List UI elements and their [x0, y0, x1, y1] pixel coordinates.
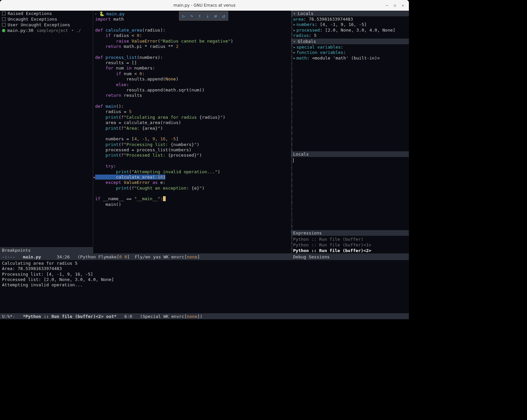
expand-right-icon: ▸ — [293, 56, 296, 61]
maximize-button[interactable]: ◻ — [392, 2, 398, 9]
exception-toggle[interactable]: User Uncaught Exceptions — [0, 22, 93, 28]
debug-session[interactable]: Python :: Run file (buffer)<1> — [291, 242, 409, 248]
checkbox-icon — [2, 23, 6, 27]
window-title: main.py - GNU Emacs at venus — [173, 3, 235, 8]
debug-session[interactable]: Python :: Run file (buffer) — [291, 236, 409, 242]
output-line: Area: 78.53981633974483 — [2, 266, 407, 271]
minimize-button[interactable]: ─ — [384, 2, 390, 9]
output-line: Processing list: [4, -1, 9, 16, -5] — [2, 272, 407, 277]
exception-toggle[interactable]: Uncaught Exceptions — [0, 16, 93, 22]
close-button[interactable]: ✕ — [400, 2, 406, 9]
expand-right-icon: ▸ — [293, 45, 296, 50]
breakpoints-panel: Raised Exceptions Uncaught Exceptions Us… — [0, 11, 93, 253]
debug-toolbar: ▷ ↷ ↑ ↓ ⇄ ↺ — [179, 11, 228, 21]
breakpoints-header: Breakpoints — [0, 247, 93, 253]
titlebar: main.py - GNU Emacs at venus ─ ◻ ✕ — [0, 0, 409, 11]
var-row[interactable]: radius: 5 — [293, 33, 407, 38]
var-row[interactable]: ▸numbers: [4, -1, 9, 16, -5] — [293, 22, 407, 27]
var-row[interactable]: ▸processed: [2.0, None, 3.0, 4.0, None] — [293, 28, 407, 33]
locals-header[interactable]: ▾Locals — [291, 11, 409, 16]
output-line: Processed list: [2.0, None, 3.0, 4.0, No… — [2, 277, 407, 282]
expand-down-icon: ▾ — [293, 11, 296, 16]
var-row[interactable]: area: 78.53981633974483 — [293, 17, 407, 22]
expand-down-icon: ▾ — [293, 39, 296, 44]
step-in-icon[interactable]: ↓ — [204, 12, 211, 20]
modeline-sessions: Debug Sessions — [291, 253, 409, 260]
modeline-editor: -:--- main.py 34:26 (Python Flymake[0 0]… — [0, 253, 291, 260]
chevron-right-icon: › — [94, 11, 97, 16]
var-row[interactable]: ▸function variables: — [293, 50, 407, 55]
expand-right-icon: ▸ — [293, 28, 296, 33]
cursor — [163, 196, 166, 201]
editor-filename: main.py — [106, 11, 125, 16]
step-over-icon[interactable]: ↷ — [188, 12, 195, 20]
breakpoint-active-icon — [2, 29, 5, 32]
expand-right-icon: ▸ — [293, 50, 296, 55]
debug-session[interactable]: Python :: Run file (buffer)<2> — [291, 248, 409, 253]
panel-cursor — [293, 158, 294, 163]
restart-icon[interactable]: ↺ — [220, 12, 227, 20]
code-editor[interactable]: › 🐍 main.py ▷ ↷ ↑ ↓ ⇄ ↺ import math def … — [93, 11, 291, 253]
checkbox-icon — [2, 17, 6, 21]
output-panel[interactable]: Calculating area for radius 5 Area: 78.5… — [0, 260, 409, 313]
expand-right-icon: ▸ — [293, 22, 296, 27]
globals-header[interactable]: ▾Globals — [291, 39, 409, 44]
python-icon: 🐍 — [99, 11, 104, 16]
checkbox-icon — [2, 12, 6, 15]
locals2-header[interactable]: Locals — [291, 151, 409, 157]
continue-icon[interactable]: ▷ — [180, 12, 187, 20]
output-line: Attempting invalid operation... — [2, 282, 407, 288]
debug-sessions-list: Python :: Run file (buffer) Python :: Ru… — [291, 236, 409, 253]
expressions-header[interactable]: Expressions — [291, 230, 409, 236]
output-line: Calculating area for radius 5 — [2, 261, 407, 266]
locals-body: area: 78.53981633974483 ▸numbers: [4, -1… — [291, 16, 409, 39]
var-row[interactable]: ▸special variables: — [293, 45, 407, 50]
breakpoint-item[interactable]: main.py:30 sampleproject • ./ — [0, 28, 93, 33]
exception-toggle[interactable]: Raised Exceptions — [0, 11, 93, 16]
detach-icon[interactable]: ⇄ — [212, 12, 219, 20]
globals-body: ▸special variables: ▸function variables:… — [291, 44, 409, 61]
var-row[interactable]: ▸math: <module 'math' (built-in)> — [293, 56, 407, 61]
code-content[interactable]: import math def calculate_area(radius): … — [93, 17, 291, 207]
step-out-icon[interactable]: ↑ — [196, 12, 203, 20]
debug-side-panel: ▾Locals area: 78.53981633974483 ▸numbers… — [291, 11, 409, 253]
modeline-output: U:%*- *Python :: Run file (buffer)<2> ou… — [0, 313, 409, 319]
